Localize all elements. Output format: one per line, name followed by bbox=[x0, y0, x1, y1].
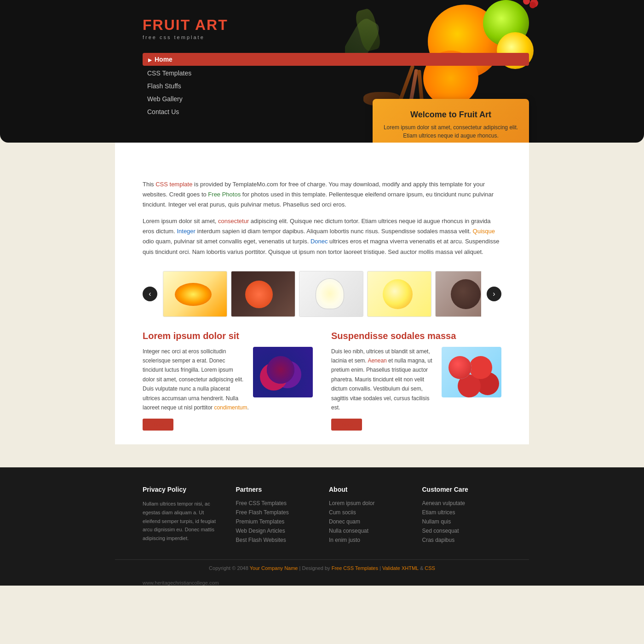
free-photos-link[interactable]: Free Photos bbox=[208, 191, 241, 198]
gallery-thumb-garlic bbox=[299, 271, 363, 317]
footer-care-list: Aenean vulputate Etiam ultrices Nullam q… bbox=[422, 500, 502, 543]
nav-item-flash[interactable]: Flash Stuffs bbox=[143, 80, 529, 92]
logo-title-white: FRUIT bbox=[143, 17, 190, 33]
footer-care-link-1[interactable]: Etiam ultrices bbox=[422, 509, 455, 516]
footer-about-link-4[interactable]: In enim justo bbox=[329, 537, 360, 543]
consectetur-link[interactable]: consectetur bbox=[218, 218, 249, 224]
two-column-section: Lorem ipsum dolor sit Integer nec orci a… bbox=[143, 331, 501, 431]
logo-title-accent: ART bbox=[195, 17, 228, 33]
footer-partner-item[interactable]: Best Flash Websites bbox=[236, 536, 316, 543]
footer-privacy-heading: Privacy Policy bbox=[143, 486, 222, 493]
footer-partner-link-2[interactable]: Premium Templates bbox=[236, 518, 285, 525]
footer-care-link-2[interactable]: Nullam quis bbox=[422, 518, 451, 525]
footer-partner-link-1[interactable]: Free Flash Templates bbox=[236, 509, 289, 516]
gallery-next-button[interactable]: › bbox=[487, 287, 501, 301]
gallery-thumb-lemon bbox=[367, 271, 431, 317]
footer-partner-item[interactable]: Premium Templates bbox=[236, 518, 316, 525]
gallery-thumb-coconut bbox=[435, 271, 481, 317]
footer-partner-link-4[interactable]: Best Flash Websites bbox=[236, 537, 286, 543]
gallery-strip: ‹ › bbox=[143, 271, 501, 317]
gallery-thumb-chocolate bbox=[231, 271, 295, 317]
footer: Privacy Policy Nullam ultrices tempor ni… bbox=[0, 467, 644, 586]
footer-partner-item[interactable]: Web Design Articles bbox=[236, 527, 316, 534]
css-template-link[interactable]: CSS template bbox=[155, 181, 192, 188]
footer-about-item[interactable]: Donec quam bbox=[329, 518, 408, 525]
aenean-link[interactable]: Aenean bbox=[368, 357, 386, 364]
integer-link[interactable]: Integer bbox=[177, 228, 195, 235]
footer-validate-link[interactable]: Validate XHTML bbox=[382, 565, 419, 571]
footer-care-item[interactable]: Aenean vulputate bbox=[422, 500, 502, 506]
footer-designed-by-link[interactable]: Free CSS Templates bbox=[332, 565, 378, 571]
column-2: Suspendisse sodales massa Duis leo nibh,… bbox=[331, 331, 501, 431]
footer-privacy-body: Nullam ultrices tempor nisi, ac egestas … bbox=[143, 500, 222, 542]
condimentum-link[interactable]: condimentum bbox=[214, 404, 247, 411]
welcome-title: Welcome to Fruit Art bbox=[383, 110, 519, 120]
footer-care-item[interactable]: Etiam ultrices bbox=[422, 509, 502, 516]
footer-col-care: Customer Care Aenean vulputate Etiam ult… bbox=[422, 486, 502, 546]
footer-about-link-3[interactable]: Nulla consequat bbox=[329, 528, 368, 534]
footer-company-link[interactable]: Your Company Name bbox=[250, 565, 298, 571]
footer-partner-item[interactable]: Free Flash Templates bbox=[236, 509, 316, 516]
logo-title: FRUIT ART bbox=[143, 17, 529, 34]
footer-care-link-4[interactable]: Cras dapibus bbox=[422, 537, 455, 543]
donec-link[interactable]: Donec bbox=[310, 238, 328, 245]
footer-partners-list: Free CSS Templates Free Flash Templates … bbox=[236, 500, 316, 543]
main-content: This CSS template is provided by Templat… bbox=[115, 143, 529, 444]
gallery-prev-button[interactable]: ‹ bbox=[143, 287, 157, 301]
gallery-images bbox=[163, 271, 481, 317]
col2-title: Suspendisse sodales massa bbox=[331, 331, 501, 341]
footer-partners-heading: Partners bbox=[236, 486, 316, 493]
footer-about-item[interactable]: Nulla consequat bbox=[329, 527, 408, 534]
footer-partner-item[interactable]: Free CSS Templates bbox=[236, 500, 316, 506]
nav-link-flash[interactable]: Flash Stuffs bbox=[143, 80, 529, 92]
footer-care-heading: Customer Care bbox=[422, 486, 502, 493]
footer-col-partners: Partners Free CSS Templates Free Flash T… bbox=[236, 486, 316, 546]
col2-more-button[interactable]: more bbox=[331, 419, 362, 431]
footer-care-item[interactable]: Cras dapibus bbox=[422, 536, 502, 543]
footer-inner: Privacy Policy Nullam ultrices tempor ni… bbox=[115, 486, 529, 546]
footer-about-item[interactable]: Cum sociis bbox=[329, 509, 408, 516]
footer-about-list: Lorem ipsum dolor Cum sociis Donec quam … bbox=[329, 500, 408, 543]
footer-about-link-0[interactable]: Lorem ipsum dolor bbox=[329, 500, 374, 506]
footer-about-item[interactable]: In enim justo bbox=[329, 536, 408, 543]
footer-col-about: About Lorem ipsum dolor Cum sociis Donec… bbox=[329, 486, 408, 546]
header: FRUIT ART free css template bbox=[0, 0, 644, 143]
footer-care-link-3[interactable]: Sed consequat bbox=[422, 528, 459, 534]
logo-subtitle: free css template bbox=[143, 34, 529, 40]
logo: FRUIT ART free css template bbox=[115, 0, 529, 40]
footer-about-link-1[interactable]: Cum sociis bbox=[329, 509, 356, 516]
footer-css-link[interactable]: CSS bbox=[425, 565, 435, 571]
nav-item-home[interactable]: Home bbox=[143, 53, 529, 66]
site-url: www.heritagechristiancollege.com bbox=[115, 576, 529, 586]
footer-about-heading: About bbox=[329, 486, 408, 493]
quisque-link[interactable]: Quisque bbox=[473, 228, 495, 235]
footer-care-item[interactable]: Nullam quis bbox=[422, 518, 502, 525]
footer-about-item[interactable]: Lorem ipsum dolor bbox=[329, 500, 408, 506]
footer-col-privacy: Privacy Policy Nullam ultrices tempor ni… bbox=[143, 486, 222, 546]
col1-more-button[interactable]: more bbox=[143, 419, 173, 431]
footer-bottom: Copyright © 2048 Your Company Name | Des… bbox=[115, 559, 529, 576]
footer-care-link-0[interactable]: Aenean vulputate bbox=[422, 500, 465, 506]
gallery-thumb-mango bbox=[163, 271, 227, 317]
welcome-box: Welcome to Fruit Art Lorem ipsum dolor s… bbox=[373, 99, 529, 143]
footer-partner-link-3[interactable]: Web Design Articles bbox=[236, 528, 285, 534]
footer-about-link-2[interactable]: Donec quam bbox=[329, 518, 360, 525]
welcome-body: Lorem ipsum dolor sit amet, consectetur … bbox=[383, 123, 519, 140]
footer-copyright: Copyright © 2048 bbox=[209, 565, 248, 571]
col1-title: Lorem ipsum dolor sit bbox=[143, 331, 313, 341]
column-1: Lorem ipsum dolor sit Integer nec orci a… bbox=[143, 331, 313, 431]
nav-item-css[interactable]: CSS Templates bbox=[143, 68, 529, 79]
footer-partner-link-0[interactable]: Free CSS Templates bbox=[236, 500, 287, 506]
nav-link-home[interactable]: Home bbox=[143, 53, 529, 66]
col2-image bbox=[442, 347, 501, 397]
footer-care-item[interactable]: Sed consequat bbox=[422, 527, 502, 534]
intro-text: This CSS template is provided by Templat… bbox=[143, 179, 501, 257]
site-url-text: www.heritagechristiancollege.com bbox=[143, 580, 219, 586]
nav-link-css[interactable]: CSS Templates bbox=[143, 68, 529, 79]
col1-image bbox=[253, 347, 313, 397]
